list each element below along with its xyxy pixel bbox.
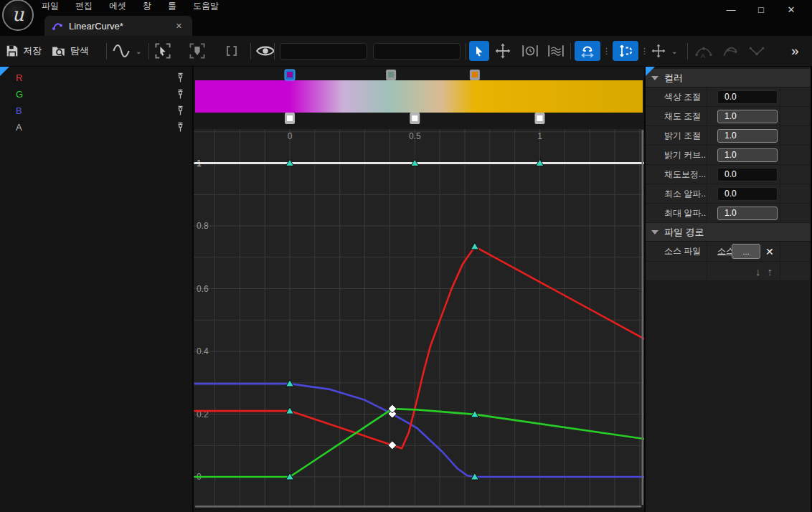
channel-panel: R G B A xyxy=(0,67,194,512)
property-label: 밝기 조절 xyxy=(646,126,707,145)
property-input-brightness-curve[interactable]: 1.0 xyxy=(717,148,778,162)
channel-row-b[interactable]: B xyxy=(0,103,192,119)
browse-button[interactable]: 탐색 xyxy=(52,36,89,66)
y-tick-label: 0.6 xyxy=(197,284,209,294)
property-input-saturation-adjust[interactable]: 1.0 xyxy=(717,110,778,123)
gradient-color-stop[interactable] xyxy=(470,70,480,80)
select-tool-button[interactable] xyxy=(469,41,489,61)
channel-label: A xyxy=(16,122,176,133)
brackets-button[interactable] xyxy=(223,36,240,66)
tab-title: LinearCurve* xyxy=(69,21,173,32)
curve-canvas[interactable]: 00.5100.20.40.60.81 xyxy=(194,67,644,512)
waves-icon xyxy=(547,43,565,59)
pin-icon[interactable] xyxy=(176,105,185,116)
panel-focus-corner xyxy=(646,67,655,76)
vertical-scrollbar[interactable] xyxy=(642,130,644,505)
y-tick-label: 0.4 xyxy=(197,346,209,356)
snap-time-options[interactable]: ⋮ xyxy=(603,36,610,66)
toolbar-overflow-button[interactable]: » xyxy=(791,36,799,66)
smooth-tangent-button xyxy=(722,36,739,66)
property-extra xyxy=(780,184,811,203)
key-time-input[interactable] xyxy=(280,43,367,60)
pin-icon[interactable] xyxy=(176,122,185,133)
x-tick-label: 0 xyxy=(288,131,293,141)
curve-mode-icon xyxy=(113,44,130,58)
collapse-triangle-icon xyxy=(651,76,658,80)
snap-time-button[interactable] xyxy=(575,41,600,61)
snap-time-icon xyxy=(580,44,595,58)
property-extra xyxy=(780,204,811,222)
property-input-min-alpha[interactable]: 0.0 xyxy=(717,187,778,201)
property-label: 소스 파일 xyxy=(646,242,707,261)
menu-asset[interactable]: 에셋 xyxy=(109,0,126,12)
menu-window[interactable]: 창 xyxy=(143,0,151,12)
tab-linearcurve[interactable]: LinearCurve* ✕ xyxy=(44,16,192,36)
tab-close-icon[interactable]: ✕ xyxy=(173,22,185,31)
pin-icon[interactable] xyxy=(176,89,185,100)
gradient-alpha-stop[interactable] xyxy=(535,113,545,124)
graph-bg[interactable] xyxy=(194,129,644,508)
channel-row-g[interactable]: G xyxy=(0,86,192,103)
snap-value-options[interactable]: ⋮ xyxy=(641,36,648,66)
separator xyxy=(148,43,149,60)
broken-tangent-icon xyxy=(747,43,766,59)
frame-selection-button[interactable] xyxy=(154,36,171,66)
import-arrow-icon[interactable]: ↑ xyxy=(768,265,773,278)
menu-tools[interactable]: 툴 xyxy=(168,0,176,12)
snap-value-button[interactable] xyxy=(613,41,638,61)
gradient-color-stop[interactable] xyxy=(285,70,295,80)
property-extra xyxy=(780,146,811,164)
close-button[interactable]: ✕ xyxy=(776,1,806,17)
property-input-vibrance[interactable]: 0.0 xyxy=(717,168,778,181)
property-extra xyxy=(780,107,811,125)
key-value-input[interactable] xyxy=(373,43,461,60)
property-input-brightness-adjust[interactable]: 1.0 xyxy=(717,129,778,143)
channel-row-r[interactable]: R xyxy=(0,70,192,86)
collapse-triangle-icon xyxy=(651,230,658,234)
snap-value-icon xyxy=(618,44,633,58)
filter-curves-button[interactable] xyxy=(547,36,565,66)
time-range-button[interactable] xyxy=(521,36,539,66)
broken-tangent-button xyxy=(747,36,766,66)
separator xyxy=(250,43,251,60)
save-button[interactable]: 저장 xyxy=(6,36,42,66)
property-row-brightness-curve: 밝기 커브...1.0 xyxy=(646,146,811,165)
property-input-max-alpha[interactable]: 1.0 xyxy=(717,207,778,220)
channel-label: G xyxy=(16,89,176,100)
clear-file-icon[interactable]: ✕ xyxy=(765,246,774,257)
minimize-button[interactable]: — xyxy=(716,1,746,17)
gradient-alpha-stop[interactable] xyxy=(410,113,420,124)
section-header-filepath[interactable]: 파일 경로 xyxy=(646,223,811,242)
browse-file-button[interactable]: ... xyxy=(732,244,760,259)
save-label: 저장 xyxy=(23,44,42,57)
section-title: 컬러 xyxy=(664,72,683,85)
curve-mode-dropdown[interactable]: ⌄ xyxy=(113,36,141,66)
menu-edit[interactable]: 편집 xyxy=(75,0,93,12)
property-row-source-file: 소스 파일 소스 : ... ✕ xyxy=(646,242,811,262)
property-extra xyxy=(780,126,811,145)
property-extra xyxy=(780,87,811,106)
property-label: 채도보정... xyxy=(646,165,707,184)
property-label: 최소 알파... xyxy=(646,184,707,203)
property-extra xyxy=(780,262,811,280)
save-icon xyxy=(6,44,19,57)
menu-file[interactable]: 파일 xyxy=(42,0,59,12)
gradient-preview-bar[interactable] xyxy=(195,80,643,113)
frame-pivot-button[interactable] xyxy=(189,36,206,66)
property-input-hue-adjust[interactable]: 0.0 xyxy=(717,90,778,104)
horizontal-scrollbar[interactable] xyxy=(195,506,641,508)
separator xyxy=(274,43,275,60)
channel-row-a[interactable]: A xyxy=(0,119,192,136)
maximize-button[interactable]: □ xyxy=(746,1,776,17)
details-panel: 컬러색상 조절0.0채도 조절1.0밝기 조절1.0밝기 커브...1.0채도보… xyxy=(644,67,811,512)
menu-help[interactable]: 도움말 xyxy=(193,0,219,12)
transform-mode-dropdown[interactable]: ⌄ xyxy=(651,36,677,66)
separator xyxy=(466,43,466,60)
gradient-alpha-stop[interactable] xyxy=(285,113,295,124)
section-header-color[interactable]: 컬러 xyxy=(646,69,811,87)
property-row-saturation-adjust: 채도 조절1.0 xyxy=(646,107,811,126)
gradient-color-stop[interactable] xyxy=(386,70,396,80)
export-arrow-icon[interactable]: ↓ xyxy=(755,265,761,278)
transform-tool-button[interactable] xyxy=(495,36,511,66)
pin-icon[interactable] xyxy=(176,72,185,83)
